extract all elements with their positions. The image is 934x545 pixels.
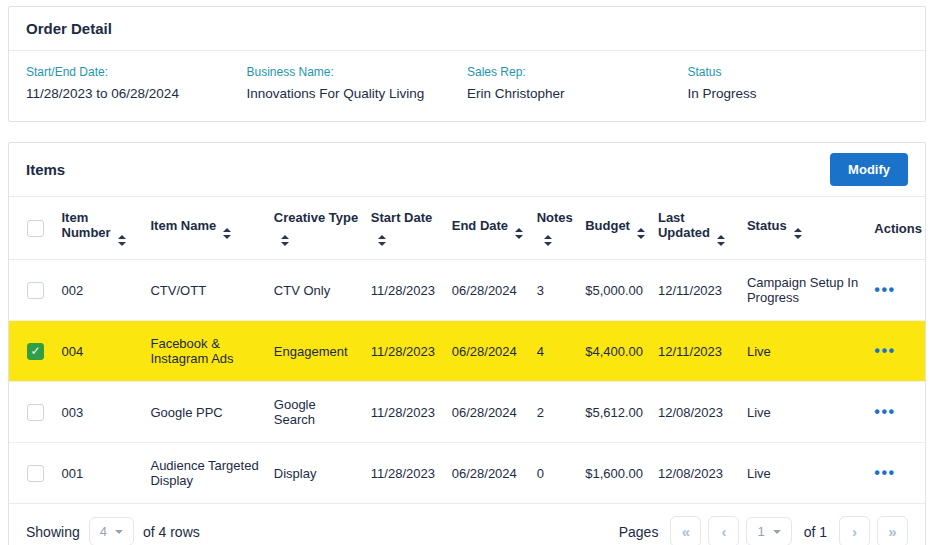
actions-menu-icon[interactable]: ••• — [874, 464, 895, 481]
row-checkbox[interactable] — [27, 282, 44, 299]
row-checkbox[interactable] — [27, 465, 44, 482]
cell-start-date: 11/28/2023 — [365, 260, 446, 321]
field-label: Business Name: — [247, 65, 456, 79]
cell-last-updated: 12/11/2023 — [652, 260, 741, 321]
sort-icon[interactable] — [118, 235, 126, 246]
cell-status: Campaign Setup In Progress — [741, 260, 868, 321]
col-label: End Date — [452, 218, 508, 233]
items-card: Items Modify Item Number Item Name — [8, 142, 926, 545]
cell-item-name: Audience Targeted Display — [144, 443, 267, 504]
actions-menu-icon[interactable]: ••• — [874, 342, 895, 359]
cell-budget: $5,612.00 — [579, 382, 652, 443]
field-value: 11/28/2023 to 06/28/2024 — [26, 86, 235, 101]
sort-icon[interactable] — [717, 235, 725, 246]
actions-menu-icon[interactable]: ••• — [874, 403, 895, 420]
rows-per-page: Showing 4 of 4 rows — [26, 517, 200, 545]
table-row: 003 Google PPC Google Search 11/28/2023 … — [9, 382, 925, 443]
col-label: Item Name — [150, 218, 216, 233]
last-page-button[interactable]: » — [877, 516, 908, 545]
first-page-button[interactable]: « — [670, 516, 701, 545]
sort-icon[interactable] — [281, 235, 289, 246]
cell-creative-type: CTV Only — [268, 260, 365, 321]
cell-actions: ••• — [868, 260, 925, 321]
field-label: Sales Rep: — [467, 65, 676, 79]
sort-icon[interactable] — [223, 228, 231, 239]
page-size-select[interactable]: 4 — [89, 517, 134, 545]
cell-item-name: Google PPC — [144, 382, 267, 443]
prev-page-button[interactable]: ‹ — [708, 516, 739, 545]
col-label: Item Number — [62, 210, 111, 240]
cell-item-number: 003 — [56, 382, 145, 443]
col-item-name[interactable]: Item Name — [144, 197, 267, 260]
table-row: 002 CTV/OTT CTV Only 11/28/2023 06/28/20… — [9, 260, 925, 321]
col-start-date[interactable]: Start Date — [365, 197, 446, 260]
actions-menu-icon[interactable]: ••• — [874, 281, 895, 298]
table-body: 002 CTV/OTT CTV Only 11/28/2023 06/28/20… — [9, 260, 925, 504]
field-value: Innovations For Quality Living — [247, 86, 456, 101]
select-all-checkbox[interactable] — [27, 220, 44, 237]
cell-select — [9, 382, 56, 443]
page-size-value: 4 — [100, 524, 107, 539]
cell-last-updated: 12/08/2023 — [652, 382, 741, 443]
order-page: Order Detail Start/End Date: 11/28/2023 … — [0, 0, 934, 545]
cell-select — [9, 443, 56, 504]
col-budget[interactable]: Budget — [579, 197, 652, 260]
items-header: Items Modify — [9, 143, 925, 197]
sort-icon[interactable] — [515, 228, 523, 239]
cell-notes: 2 — [531, 382, 580, 443]
cell-notes: 3 — [531, 260, 580, 321]
cell-item-number: 001 — [56, 443, 145, 504]
col-end-date[interactable]: End Date — [446, 197, 531, 260]
next-page-button[interactable]: › — [839, 516, 870, 545]
pages-label: Pages — [619, 524, 659, 540]
row-checkbox[interactable] — [27, 404, 44, 421]
current-page-value: 1 — [757, 524, 764, 539]
cell-item-name: CTV/OTT — [144, 260, 267, 321]
cell-creative-type: Engagement — [268, 321, 365, 382]
col-item-number[interactable]: Item Number — [56, 197, 145, 260]
col-notes[interactable]: Notes — [531, 197, 580, 260]
col-label: Last Updated — [658, 210, 710, 240]
cell-budget: $5,000.00 — [579, 260, 652, 321]
col-last-updated[interactable]: Last Updated — [652, 197, 741, 260]
table-footer: Showing 4 of 4 rows Pages « ‹ 1 of 1 › » — [9, 504, 925, 545]
field-label: Status — [688, 65, 897, 79]
of-pages-label: of 1 — [804, 524, 827, 540]
cell-item-number: 002 — [56, 260, 145, 321]
cell-status: Live — [741, 443, 868, 504]
field-start-end-date: Start/End Date: 11/28/2023 to 06/28/2024 — [26, 65, 247, 101]
sort-icon[interactable] — [794, 228, 802, 239]
cell-budget: $4,400.00 — [579, 321, 652, 382]
col-creative-type[interactable]: Creative Type — [268, 197, 365, 260]
table-row-highlighted: ✓ 004 Facebook & Instagram Ads Engagemen… — [9, 321, 925, 382]
col-label: Actions — [874, 221, 922, 236]
header-select-all-cell[interactable] — [9, 197, 56, 260]
chevron-down-icon — [115, 530, 123, 534]
col-label: Notes — [537, 210, 573, 225]
table-row: 001 Audience Targeted Display Display 11… — [9, 443, 925, 504]
cell-actions: ••• — [868, 382, 925, 443]
field-value: In Progress — [688, 86, 897, 101]
sort-icon[interactable] — [637, 228, 645, 239]
cell-actions: ••• — [868, 443, 925, 504]
col-label: Start Date — [371, 210, 432, 225]
modify-button[interactable]: Modify — [830, 153, 908, 186]
cell-end-date: 06/28/2024 — [446, 382, 531, 443]
cell-select — [9, 260, 56, 321]
cell-budget: $1,600.00 — [579, 443, 652, 504]
order-detail-card: Order Detail Start/End Date: 11/28/2023 … — [8, 6, 926, 122]
cell-creative-type: Display — [268, 443, 365, 504]
order-detail-header: Order Detail — [9, 7, 925, 51]
items-table: Item Number Item Name Creative Type Star… — [9, 197, 925, 504]
cell-creative-type: Google Search — [268, 382, 365, 443]
sort-icon[interactable] — [544, 235, 552, 246]
field-sales-rep: Sales Rep: Erin Christopher — [467, 65, 688, 101]
pagination: Pages « ‹ 1 of 1 › » — [619, 516, 908, 545]
row-checkbox-checked[interactable]: ✓ — [27, 343, 44, 360]
order-detail-title: Order Detail — [26, 20, 908, 37]
sort-icon[interactable] — [378, 235, 386, 246]
cell-last-updated: 12/08/2023 — [652, 443, 741, 504]
page-select[interactable]: 1 — [746, 517, 791, 545]
cell-status: Live — [741, 321, 868, 382]
col-status[interactable]: Status — [741, 197, 868, 260]
